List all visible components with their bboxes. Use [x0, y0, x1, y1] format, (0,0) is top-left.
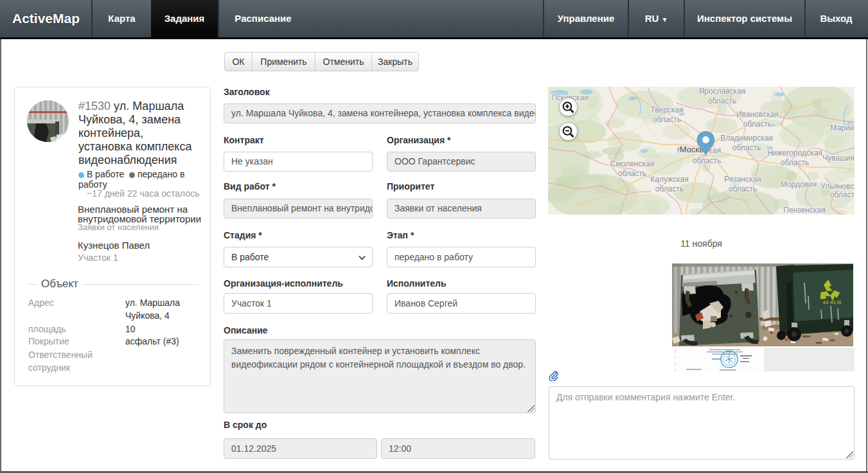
- svg-text:Мордовия: Мордовия: [781, 180, 817, 189]
- svg-text:область: область: [732, 143, 761, 152]
- svg-text:область: область: [743, 120, 772, 129]
- svg-text:Владимирская: Владимирская: [720, 134, 773, 143]
- svg-text:Рязанская: Рязанская: [724, 175, 761, 184]
- svg-text:область: область: [618, 169, 646, 178]
- svg-text:Смоленская: Смоленская: [610, 159, 654, 168]
- svg-text:область: область: [729, 184, 757, 193]
- svg-text:область: область: [655, 184, 684, 193]
- svg-text:Нижегородская: Нижегородская: [767, 148, 822, 157]
- svg-text:Ивановская: Ивановская: [736, 110, 779, 119]
- svg-text:область: область: [830, 190, 855, 199]
- svg-text:область: область: [653, 115, 681, 124]
- svg-text:Тверская: Тверская: [650, 105, 683, 114]
- svg-text:Чувашия: Чувашия: [822, 154, 855, 163]
- svg-text:Ульяновск: Ульяновск: [820, 182, 855, 191]
- svg-text:область: область: [693, 156, 721, 165]
- svg-text:область: область: [708, 96, 736, 105]
- svg-text:Ярославская: Ярославская: [699, 87, 746, 96]
- svg-text:Калужская: Калужская: [650, 175, 689, 184]
- svg-text:область: область: [781, 158, 809, 167]
- svg-text:43 43 III: 43 43 III: [823, 299, 842, 305]
- svg-text:Марий: Марий: [831, 123, 855, 132]
- svg-text:Пензенская: Пензенская: [783, 206, 825, 215]
